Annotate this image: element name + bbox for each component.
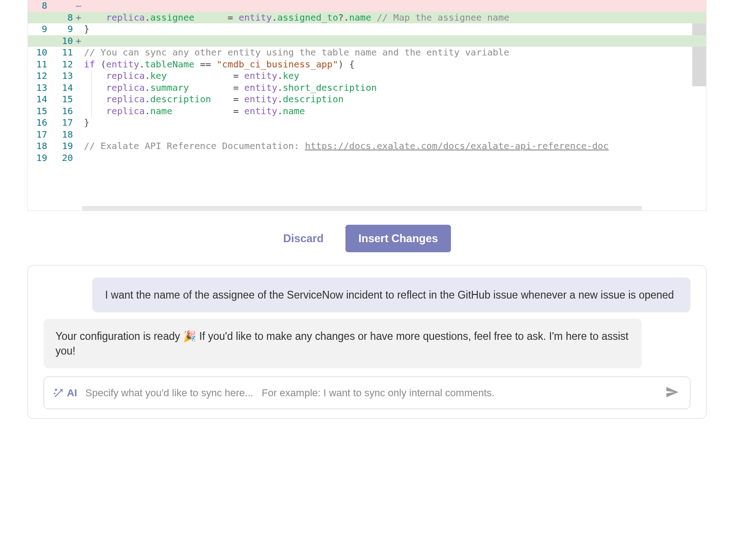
magic-wand-icon [53,388,64,399]
diff-line: 1617} [28,117,706,129]
diff-actions: Discard Insert Changes [28,211,706,265]
ai-badge-label: AI [67,387,77,399]
code-cell[interactable]: } [82,117,706,129]
old-line-number: 14 [28,94,52,105]
new-line-number: 19 [52,140,76,152]
new-line-number: 13 [52,70,76,82]
old-line-number: 8 [28,0,52,12]
code-cell[interactable]: replica.assignee = entity.assigned_to?.n… [82,12,706,24]
diff-line: 1516 replica.name = entity.name [28,105,706,117]
code-cell[interactable]: replica.summary = entity.short_descripti… [82,82,706,94]
new-line-number: 9 [52,23,76,35]
new-line-number: 14 [52,82,76,94]
diff-line: 8— [28,0,706,12]
ai-message-text-pre: Your configuration is ready [56,330,183,342]
code-cell[interactable]: } [82,23,706,35]
old-line-number: 15 [28,105,52,117]
new-line-number: 8 [52,12,76,24]
diff-marker: + [76,12,82,24]
old-line-number: 19 [28,152,52,164]
diff-marker [76,59,82,71]
insert-changes-button[interactable]: Insert Changes [345,225,450,252]
old-line-number: 11 [28,59,52,71]
code-cell[interactable]: replica.key = entity.key [82,70,706,82]
code-cell[interactable]: if (entity.tableName == "cmdb_ci_busines… [82,59,706,71]
code-cell[interactable]: replica.description = entity.description [82,94,706,105]
diff-line: 10+ [28,35,706,47]
diff-marker [76,152,82,164]
send-icon [665,385,679,399]
old-line-number: 12 [28,70,52,82]
diff-line: 8+ replica.assignee = entity.assigned_to… [28,12,706,24]
ai-chat-panel: I want the name of the assignee of the S… [28,265,706,419]
old-line-number [28,35,52,47]
diff-marker: — [76,0,82,12]
new-line-number [52,0,76,12]
old-line-number: 13 [28,82,52,94]
ai-badge: AI [53,387,77,399]
code-cell[interactable]: // You can sync any other entity using t… [82,47,706,59]
old-line-number: 10 [28,47,52,59]
new-line-number: 12 [52,59,76,71]
party-popper-emoji: 🎉 [183,330,196,342]
code-cell[interactable] [82,35,706,47]
diff-line: 1314 replica.summary = entity.short_desc… [28,82,706,94]
code-cell[interactable] [82,0,706,12]
new-line-number: 20 [52,152,76,164]
horizontal-scrollbar[interactable] [82,206,642,211]
send-button[interactable] [663,385,681,400]
old-line-number: 16 [28,117,52,129]
diff-marker [76,129,82,141]
diff-lines: 8—8+ replica.assignee = entity.assigned_… [28,0,706,164]
diff-marker: + [76,35,82,47]
old-line-number: 9 [28,23,52,35]
new-line-number: 11 [52,47,76,59]
diff-line: 1819// Exalate API Reference Documentati… [28,140,706,152]
diff-marker [76,82,82,94]
diff-marker [76,105,82,117]
diff-line: 1213 replica.key = entity.key [28,70,706,82]
new-line-number: 16 [52,105,76,117]
user-message: I want the name of the assignee of the S… [92,277,690,312]
diff-marker [76,117,82,129]
diff-marker [76,70,82,82]
diff-marker [76,23,82,35]
diff-line: 99} [28,23,706,35]
code-cell[interactable]: // Exalate API Reference Documentation: … [82,140,706,152]
diff-marker [76,140,82,152]
diff-viewer: 8—8+ replica.assignee = entity.assigned_… [28,0,706,211]
old-line-number [28,12,52,24]
ai-input-row: AI [44,377,690,409]
discard-button[interactable]: Discard [283,232,323,245]
diff-line: 1011// You can sync any other entity usi… [28,47,706,59]
diff-line: 1920 [28,152,706,164]
diff-line: 1718 [28,129,706,141]
diff-line: 1415 replica.description = entity.descri… [28,94,706,105]
old-line-number: 17 [28,129,52,141]
new-line-number: 15 [52,94,76,105]
code-cell[interactable]: replica.name = entity.name [82,105,706,117]
diff-marker [76,94,82,105]
new-line-number: 17 [52,117,76,129]
diff-marker [76,47,82,59]
ai-message: Your configuration is ready 🎉 If you'd l… [44,319,642,368]
code-cell[interactable] [82,129,706,141]
ai-prompt-input[interactable] [85,387,655,399]
new-line-number: 18 [52,129,76,141]
old-line-number: 18 [28,140,52,152]
new-line-number: 10 [52,35,76,47]
diff-line: 1112if (entity.tableName == "cmdb_ci_bus… [28,59,706,71]
code-cell[interactable] [82,152,706,164]
